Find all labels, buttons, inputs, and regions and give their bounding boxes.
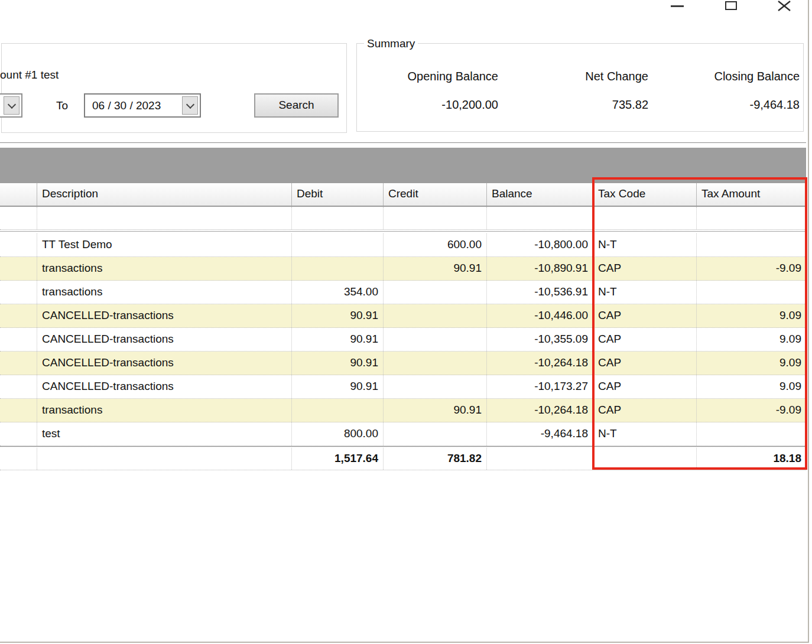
debit-cell[interactable]: 90.91: [291, 375, 383, 398]
to-date-dropdown-button[interactable]: [182, 96, 198, 115]
filter-cell-description[interactable]: [37, 207, 291, 229]
debit-cell[interactable]: 90.91: [291, 352, 383, 375]
column-header-tax-code[interactable]: Tax Code: [593, 183, 696, 206]
debit-cell[interactable]: [291, 257, 383, 280]
row-selector-cell[interactable]: [0, 304, 37, 327]
close-icon[interactable]: [777, 0, 791, 12]
description-cell[interactable]: transactions: [37, 257, 291, 280]
window-border-bottom: [0, 642, 809, 643]
tax-amount-cell[interactable]: [696, 422, 806, 445]
tax-code-cell[interactable]: CAP: [593, 375, 696, 398]
search-button[interactable]: Search: [254, 93, 339, 118]
row-selector-cell[interactable]: [0, 233, 37, 256]
row-selector-cell[interactable]: [0, 422, 37, 445]
description-cell[interactable]: transactions: [37, 399, 291, 422]
balance-cell[interactable]: -10,173.27: [486, 375, 593, 398]
tax-code-cell[interactable]: N-T: [593, 233, 696, 256]
credit-cell[interactable]: [383, 352, 486, 375]
balance-cell[interactable]: -10,264.18: [486, 399, 593, 422]
from-date-dropdown-button[interactable]: [4, 96, 20, 115]
debit-cell[interactable]: 354.00: [291, 281, 383, 304]
credit-cell[interactable]: 600.00: [383, 233, 486, 256]
filter-cell-credit[interactable]: [383, 207, 486, 229]
table-row[interactable]: CANCELLED-transactions90.91-10,446.00CAP…: [0, 304, 806, 328]
debit-cell[interactable]: [291, 399, 383, 422]
balance-cell[interactable]: -10,890.91: [486, 257, 593, 280]
tax-amount-cell[interactable]: 9.09: [696, 352, 806, 375]
table-row[interactable]: transactions354.00-10,536.91N-T: [0, 281, 806, 304]
row-selector-cell[interactable]: [0, 257, 37, 280]
tax-amount-cell[interactable]: [696, 281, 806, 304]
debit-cell[interactable]: 90.91: [291, 304, 383, 327]
description-cell[interactable]: transactions: [37, 281, 291, 304]
credit-cell[interactable]: [383, 281, 486, 304]
column-header-credit[interactable]: Credit: [383, 183, 486, 206]
to-date-value: 06 / 30 / 2023: [92, 95, 161, 116]
row-selector-cell[interactable]: [0, 352, 37, 375]
credit-cell[interactable]: [383, 375, 486, 398]
from-date-picker[interactable]: [0, 93, 22, 118]
tax-amount-cell[interactable]: -9.09: [696, 257, 806, 280]
column-header-balance[interactable]: Balance: [486, 183, 593, 206]
debit-cell[interactable]: [291, 233, 383, 256]
description-cell[interactable]: TT Test Demo: [37, 233, 291, 256]
row-selector-cell[interactable]: [0, 281, 37, 304]
tax-amount-cell[interactable]: 9.09: [696, 328, 806, 351]
description-cell[interactable]: CANCELLED-transactions: [37, 304, 291, 327]
filter-cell-balance[interactable]: [486, 207, 593, 229]
tax-code-cell[interactable]: CAP: [593, 352, 696, 375]
tax-code-cell[interactable]: CAP: [593, 328, 696, 351]
row-selector-filter-cell[interactable]: [0, 207, 37, 229]
table-row[interactable]: TT Test Demo600.00-10,800.00N-T: [0, 233, 806, 257]
maximize-icon[interactable]: [725, 1, 737, 10]
table-row[interactable]: CANCELLED-transactions90.91-10,355.09CAP…: [0, 328, 806, 352]
tax-amount-cell[interactable]: 9.09: [696, 375, 806, 398]
chevron-down-icon: [186, 100, 194, 108]
credit-cell[interactable]: 90.91: [383, 399, 486, 422]
table-row[interactable]: CANCELLED-transactions90.91-10,264.18CAP…: [0, 352, 806, 375]
filter-cell-tax-amount[interactable]: [696, 207, 806, 229]
tax-code-cell[interactable]: N-T: [593, 281, 696, 304]
summary-value: -9,464.18: [664, 98, 800, 111]
credit-cell[interactable]: [383, 422, 486, 445]
row-selector-cell[interactable]: [0, 399, 37, 422]
credit-cell[interactable]: [383, 304, 486, 327]
table-row[interactable]: CANCELLED-transactions90.91-10,173.27CAP…: [0, 375, 806, 399]
tax-amount-cell[interactable]: [696, 233, 806, 256]
balance-cell[interactable]: -10,536.91: [486, 281, 593, 304]
column-header-description[interactable]: Description: [37, 183, 291, 206]
description-cell[interactable]: CANCELLED-transactions: [37, 328, 291, 351]
table-row[interactable]: transactions90.91-10,890.91CAP-9.09: [0, 257, 806, 281]
row-selector-cell[interactable]: [0, 328, 37, 351]
tax-code-cell[interactable]: CAP: [593, 399, 696, 422]
description-cell[interactable]: CANCELLED-transactions: [37, 375, 291, 398]
row-selector-cell[interactable]: [0, 375, 37, 398]
credit-cell[interactable]: [383, 328, 486, 351]
credit-cell[interactable]: 90.91: [383, 257, 486, 280]
column-header-debit[interactable]: Debit: [291, 183, 383, 206]
tax-code-cell[interactable]: CAP: [593, 257, 696, 280]
debit-cell[interactable]: 90.91: [291, 328, 383, 351]
balance-cell[interactable]: -10,800.00: [486, 233, 593, 256]
debit-cell[interactable]: 800.00: [291, 422, 383, 445]
tax-code-cell[interactable]: CAP: [593, 304, 696, 327]
summary-net-change: Net Change 735.82: [512, 70, 648, 111]
description-cell[interactable]: CANCELLED-transactions: [37, 352, 291, 375]
to-date-picker[interactable]: 06 / 30 / 2023: [84, 93, 201, 118]
balance-cell[interactable]: -10,355.09: [486, 328, 593, 351]
row-selector-header-cell[interactable]: [0, 183, 37, 206]
balance-cell[interactable]: -10,264.18: [486, 352, 593, 375]
description-cell[interactable]: test: [37, 422, 291, 445]
filter-cell-debit[interactable]: [291, 207, 383, 229]
minimize-icon[interactable]: [671, 5, 684, 7]
filter-cell-tax-code[interactable]: [593, 207, 696, 229]
tax-amount-cell[interactable]: 9.09: [696, 304, 806, 327]
table-row[interactable]: test800.00-9,464.18N-T: [0, 422, 806, 446]
balance-cell[interactable]: -10,446.00: [486, 304, 593, 327]
column-header-tax-amount[interactable]: Tax Amount: [696, 183, 806, 206]
table-row[interactable]: transactions90.91-10,264.18CAP-9.09: [0, 399, 806, 422]
tax-code-cell[interactable]: N-T: [593, 422, 696, 445]
balance-cell[interactable]: -9,464.18: [486, 422, 593, 445]
summary-label: Opening Balance: [362, 70, 498, 83]
tax-amount-cell[interactable]: -9.09: [696, 399, 806, 422]
